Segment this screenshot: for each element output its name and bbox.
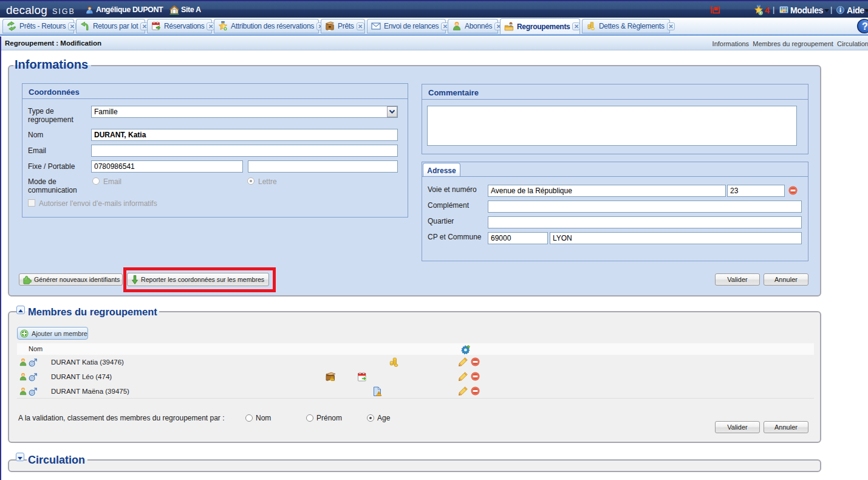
- svg-text:?: ?: [862, 21, 868, 32]
